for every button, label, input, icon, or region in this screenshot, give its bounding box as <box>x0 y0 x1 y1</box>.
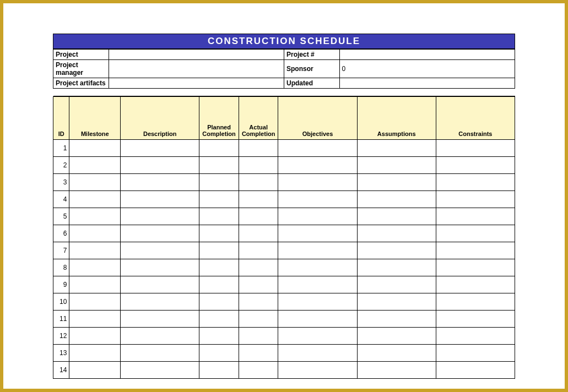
cell-actual[interactable] <box>239 225 278 242</box>
cell-assumptions[interactable] <box>357 259 436 276</box>
cell-description[interactable] <box>121 311 199 328</box>
cell-objectives[interactable] <box>278 276 357 293</box>
cell-actual[interactable] <box>239 242 278 259</box>
cell-actual[interactable] <box>239 259 278 276</box>
cell-assumptions[interactable] <box>357 293 436 311</box>
cell-objectives[interactable] <box>278 208 357 225</box>
cell-assumptions[interactable] <box>357 328 436 345</box>
cell-assumptions[interactable] <box>357 311 436 328</box>
cell-objectives[interactable] <box>278 242 357 259</box>
cell-planned[interactable] <box>199 293 239 311</box>
cell-id[interactable]: 14 <box>53 362 69 379</box>
cell-constraints[interactable] <box>436 328 515 345</box>
cell-milestone[interactable] <box>69 259 121 276</box>
cell-constraints[interactable] <box>436 362 515 379</box>
cell-assumptions[interactable] <box>357 276 436 293</box>
cell-milestone[interactable] <box>69 191 121 208</box>
cell-objectives[interactable] <box>278 259 357 276</box>
project-manager-value[interactable] <box>109 60 284 78</box>
cell-planned[interactable] <box>199 362 239 379</box>
cell-assumptions[interactable] <box>357 225 436 242</box>
cell-actual[interactable] <box>239 362 278 379</box>
cell-objectives[interactable] <box>278 362 357 379</box>
cell-constraints[interactable] <box>436 242 515 259</box>
cell-id[interactable]: 2 <box>53 157 69 174</box>
cell-constraints[interactable] <box>436 157 515 174</box>
cell-planned[interactable] <box>199 191 239 208</box>
cell-actual[interactable] <box>239 276 278 293</box>
cell-actual[interactable] <box>239 345 278 362</box>
cell-assumptions[interactable] <box>357 157 436 174</box>
cell-planned[interactable] <box>199 276 239 293</box>
cell-id[interactable]: 6 <box>53 225 69 242</box>
cell-milestone[interactable] <box>69 174 121 191</box>
project-number-value[interactable] <box>339 50 515 60</box>
cell-objectives[interactable] <box>278 140 357 157</box>
cell-assumptions[interactable] <box>357 140 436 157</box>
cell-planned[interactable] <box>199 345 239 362</box>
cell-constraints[interactable] <box>436 259 515 276</box>
cell-constraints[interactable] <box>436 276 515 293</box>
cell-actual[interactable] <box>239 311 278 328</box>
cell-assumptions[interactable] <box>357 208 436 225</box>
cell-id[interactable]: 7 <box>53 242 69 259</box>
cell-planned[interactable] <box>199 259 239 276</box>
project-artifacts-value[interactable] <box>109 78 284 89</box>
project-value[interactable] <box>109 50 284 60</box>
cell-objectives[interactable] <box>278 191 357 208</box>
cell-milestone[interactable] <box>69 208 121 225</box>
cell-id[interactable]: 13 <box>53 345 69 362</box>
cell-objectives[interactable] <box>278 174 357 191</box>
cell-description[interactable] <box>121 328 199 345</box>
updated-value[interactable] <box>339 78 515 89</box>
cell-milestone[interactable] <box>69 362 121 379</box>
cell-objectives[interactable] <box>278 328 357 345</box>
cell-actual[interactable] <box>239 293 278 311</box>
cell-objectives[interactable] <box>278 311 357 328</box>
cell-milestone[interactable] <box>69 328 121 345</box>
cell-planned[interactable] <box>199 208 239 225</box>
cell-planned[interactable] <box>199 328 239 345</box>
cell-planned[interactable] <box>199 242 239 259</box>
cell-planned[interactable] <box>199 157 239 174</box>
cell-milestone[interactable] <box>69 225 121 242</box>
cell-description[interactable] <box>121 225 199 242</box>
cell-description[interactable] <box>121 157 199 174</box>
cell-constraints[interactable] <box>436 208 515 225</box>
cell-assumptions[interactable] <box>357 242 436 259</box>
cell-milestone[interactable] <box>69 293 121 311</box>
cell-description[interactable] <box>121 191 199 208</box>
cell-description[interactable] <box>121 362 199 379</box>
cell-description[interactable] <box>121 208 199 225</box>
cell-constraints[interactable] <box>436 311 515 328</box>
cell-objectives[interactable] <box>278 293 357 311</box>
sponsor-value[interactable]: 0 <box>339 60 515 78</box>
cell-id[interactable]: 9 <box>53 276 69 293</box>
cell-actual[interactable] <box>239 174 278 191</box>
cell-objectives[interactable] <box>278 345 357 362</box>
cell-constraints[interactable] <box>436 345 515 362</box>
cell-milestone[interactable] <box>69 311 121 328</box>
cell-actual[interactable] <box>239 140 278 157</box>
cell-constraints[interactable] <box>436 225 515 242</box>
cell-milestone[interactable] <box>69 345 121 362</box>
cell-assumptions[interactable] <box>357 362 436 379</box>
cell-description[interactable] <box>121 140 199 157</box>
cell-actual[interactable] <box>239 208 278 225</box>
cell-objectives[interactable] <box>278 157 357 174</box>
cell-constraints[interactable] <box>436 140 515 157</box>
cell-constraints[interactable] <box>436 191 515 208</box>
cell-planned[interactable] <box>199 174 239 191</box>
cell-description[interactable] <box>121 345 199 362</box>
cell-actual[interactable] <box>239 328 278 345</box>
cell-id[interactable]: 8 <box>53 259 69 276</box>
cell-assumptions[interactable] <box>357 174 436 191</box>
cell-assumptions[interactable] <box>357 345 436 362</box>
cell-id[interactable]: 10 <box>53 293 69 311</box>
cell-actual[interactable] <box>239 191 278 208</box>
cell-milestone[interactable] <box>69 242 121 259</box>
cell-milestone[interactable] <box>69 157 121 174</box>
cell-id[interactable]: 1 <box>53 140 69 157</box>
cell-actual[interactable] <box>239 157 278 174</box>
cell-description[interactable] <box>121 293 199 311</box>
